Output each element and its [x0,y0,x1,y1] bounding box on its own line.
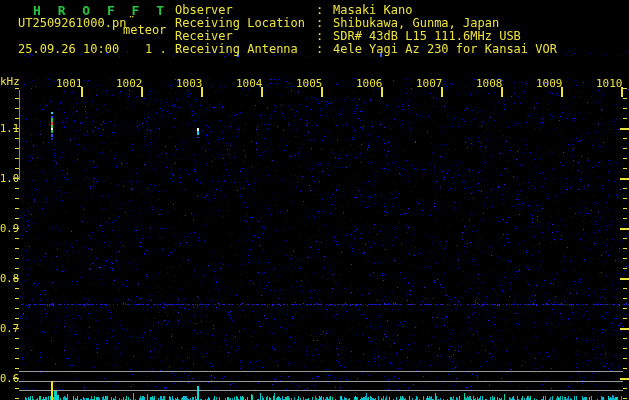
station-name: meteor [123,24,166,37]
date-time: 25.09.26 10:00 [18,43,119,56]
y-axis-unit-label: kHz [0,76,20,87]
y-tick-label-0.6: 0.6 [0,373,18,384]
y-tick-label-0.7: 0.7 [0,323,18,334]
x-tick-label-1002: 1002 [116,78,143,89]
info-value-3: 4ele Yagi Az 230 for Kansai VOR [333,43,557,56]
y-tick-label-1.1: 1.1 [0,123,18,134]
x-tick-label-1001: 1001 [56,78,83,89]
x-tick-label-1008: 1008 [476,78,503,89]
x-tick-label-1004: 1004 [236,78,263,89]
info-colon-3: : [316,43,323,56]
spectrogram-canvas [0,0,629,400]
y-tick-label-1.0: 1.0 [0,173,18,184]
info-label-3: Receiving Antenna [175,43,298,56]
hrofft-screen: H R O F F T UT2509261000.pn ¨ meteor 25.… [0,0,629,400]
x-tick-label-1010: 1010 [596,78,623,89]
y-tick-label-0.8: 0.8 [0,273,18,284]
x-tick-label-1007: 1007 [416,78,443,89]
x-tick-label-1006: 1006 [356,78,383,89]
filename: UT2509261000.pn [18,17,126,30]
x-tick-label-1003: 1003 [176,78,203,89]
x-tick-label-1009: 1009 [536,78,563,89]
y-tick-label-0.9: 0.9 [0,223,18,234]
x-tick-label-1005: 1005 [296,78,323,89]
